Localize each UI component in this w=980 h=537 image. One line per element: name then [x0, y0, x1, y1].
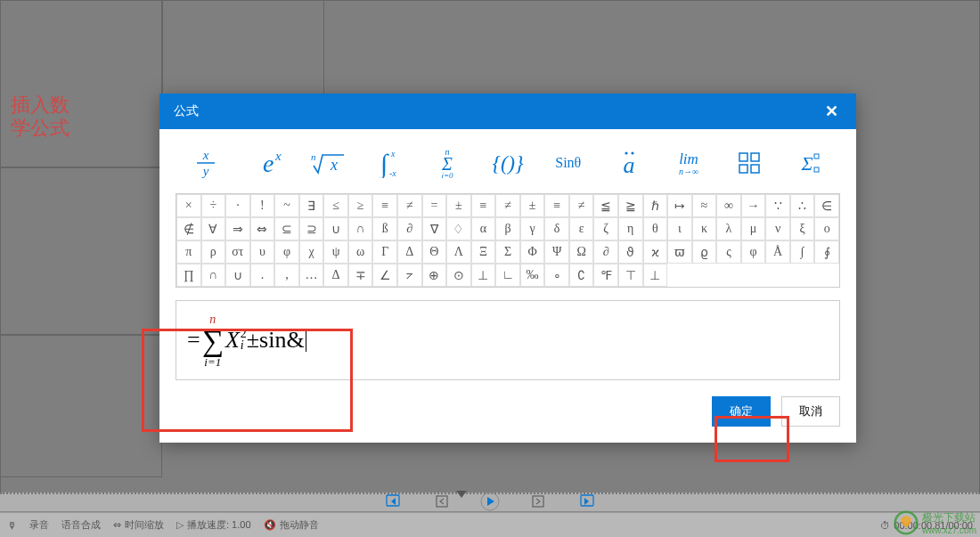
symbol-cell[interactable]: ß	[372, 217, 397, 240]
symbol-cell[interactable]: φ	[741, 240, 766, 264]
symbol-cell[interactable]: ≠	[495, 194, 520, 217]
symbol-cell[interactable]: ∂	[593, 240, 618, 264]
template-integral[interactable]: ∫x-x	[360, 145, 413, 181]
symbol-cell[interactable]: ∟	[495, 264, 520, 287]
symbol-cell[interactable]: ≧	[618, 194, 643, 217]
symbol-cell[interactable]: ν	[765, 217, 790, 240]
symbol-cell[interactable]: =	[422, 194, 447, 217]
timescale-button[interactable]: ⇔时间缩放	[113, 518, 164, 532]
symbol-cell[interactable]: π	[176, 240, 201, 264]
symbol-cell[interactable]: ±	[446, 194, 471, 217]
symbol-cell[interactable]: ≠	[569, 194, 594, 217]
symbol-cell[interactable]: ϰ	[643, 240, 668, 264]
symbol-cell[interactable]: κ	[692, 217, 717, 240]
symbol-cell[interactable]: λ	[716, 217, 741, 240]
symbol-cell[interactable]: ξ	[790, 217, 815, 240]
play-icon[interactable]	[477, 491, 503, 512]
symbol-cell[interactable]: ≡	[471, 194, 496, 217]
symbol-cell[interactable]: θ	[643, 217, 668, 240]
symbol-cell[interactable]: ÷	[201, 194, 226, 217]
symbol-cell[interactable]: ∵	[765, 194, 790, 217]
symbol-cell[interactable]: ∴	[790, 194, 815, 217]
symbol-cell[interactable]: ±	[520, 194, 545, 217]
symbol-cell[interactable]: ο	[814, 217, 839, 240]
symbol-cell[interactable]: !	[250, 194, 275, 217]
symbol-cell[interactable]: β	[495, 217, 520, 240]
symbol-cell[interactable]: ⊕	[422, 264, 447, 287]
symbol-cell[interactable]: ·	[225, 194, 250, 217]
symbol-cell[interactable]: ∈	[814, 194, 839, 217]
symbol-cell[interactable]: ϖ	[667, 240, 692, 264]
symbol-cell[interactable]: Σ	[495, 240, 520, 264]
symbol-cell[interactable]: ∪	[323, 217, 348, 240]
record-button[interactable]: 录音	[29, 518, 49, 532]
symbol-cell[interactable]: ≤	[323, 194, 348, 217]
symbol-cell[interactable]: ⊇	[299, 217, 324, 240]
template-limit[interactable]: limn→∞	[662, 145, 715, 181]
symbol-cell[interactable]: ∉	[176, 217, 201, 240]
symbol-cell[interactable]: ℏ	[643, 194, 668, 217]
symbol-cell[interactable]: Å	[765, 240, 790, 264]
symbol-cell[interactable]: ⊤	[618, 264, 643, 287]
symbol-cell[interactable]: υ	[250, 240, 275, 264]
symbol-cell[interactable]: α	[471, 217, 496, 240]
symbol-cell[interactable]: ⊥	[471, 264, 496, 287]
symbol-cell[interactable]: ⦢	[397, 264, 422, 287]
symbol-cell[interactable]: ≦	[593, 194, 618, 217]
symbol-cell[interactable]: ∞	[716, 194, 741, 217]
symbol-cell[interactable]: γ	[520, 217, 545, 240]
symbol-cell[interactable]: ≠	[397, 194, 422, 217]
symbol-cell[interactable]: →	[741, 194, 766, 217]
symbol-cell[interactable]: ∘	[544, 264, 569, 287]
symbol-cell[interactable]: ∩	[201, 264, 226, 287]
symbol-cell[interactable]: η	[618, 217, 643, 240]
next-frame-icon[interactable]	[525, 491, 551, 512]
prev-frame-icon[interactable]	[429, 491, 455, 512]
symbol-cell[interactable]: Δ	[397, 240, 422, 264]
template-exponent[interactable]: ex	[240, 145, 293, 181]
symbol-cell[interactable]: ∫	[790, 240, 815, 264]
symbol-cell[interactable]: ∀	[201, 217, 226, 240]
template-trig[interactable]: Sinθ	[542, 145, 595, 181]
symbol-cell[interactable]: ζ	[593, 217, 618, 240]
symbol-cell[interactable]: Ω	[569, 240, 594, 264]
symbol-cell[interactable]: ω	[348, 240, 373, 264]
symbol-cell[interactable]: ∩	[348, 217, 373, 240]
symbol-cell[interactable]: ψ	[323, 240, 348, 264]
symbol-cell[interactable]: ∃	[299, 194, 324, 217]
symbol-cell[interactable]: ϑ	[618, 240, 643, 264]
symbol-cell[interactable]: Ξ	[471, 240, 496, 264]
symbol-cell[interactable]: μ	[741, 217, 766, 240]
symbol-cell[interactable]: ∁	[569, 264, 594, 287]
template-root[interactable]: nx	[300, 145, 354, 181]
symbol-cell[interactable]: ρ	[201, 240, 226, 264]
symbol-cell[interactable]: ≈	[692, 194, 717, 217]
symbol-cell[interactable]: ϱ	[692, 240, 717, 264]
symbol-cell[interactable]: ⊙	[446, 264, 471, 287]
symbol-cell[interactable]: ∠	[372, 264, 397, 287]
symbol-cell[interactable]: Γ	[372, 240, 397, 264]
symbol-cell[interactable]: ≡	[544, 194, 569, 217]
tts-button[interactable]: 语音合成	[61, 518, 101, 532]
prev-slide-icon[interactable]	[380, 491, 407, 512]
symbol-cell[interactable]: ~	[274, 194, 299, 217]
symbol-cell[interactable]: ‰	[520, 264, 545, 287]
symbol-cell[interactable]: ≡	[372, 194, 397, 217]
ok-button[interactable]: 确定	[712, 396, 771, 427]
symbol-cell[interactable]: ε	[569, 217, 594, 240]
template-matrix[interactable]	[723, 145, 776, 181]
symbol-cell[interactable]: .	[250, 264, 275, 287]
symbol-cell[interactable]: ∓	[348, 264, 373, 287]
symbol-cell[interactable]: ↦	[667, 194, 692, 217]
symbol-cell[interactable]: στ	[225, 240, 250, 264]
symbol-cell[interactable]: Δ	[323, 264, 348, 287]
symbol-cell[interactable]: …	[299, 264, 324, 287]
symbol-cell[interactable]: Φ	[520, 240, 545, 264]
symbol-cell[interactable]: ⊥	[643, 264, 668, 287]
symbol-cell[interactable]: ∮	[814, 240, 839, 264]
symbol-cell[interactable]: ι	[667, 217, 692, 240]
symbol-cell[interactable]: ∏	[176, 264, 201, 287]
symbol-cell[interactable]: Ψ	[544, 240, 569, 264]
template-braces[interactable]: {()}	[481, 145, 535, 181]
symbol-cell[interactable]: ℉	[593, 264, 618, 287]
